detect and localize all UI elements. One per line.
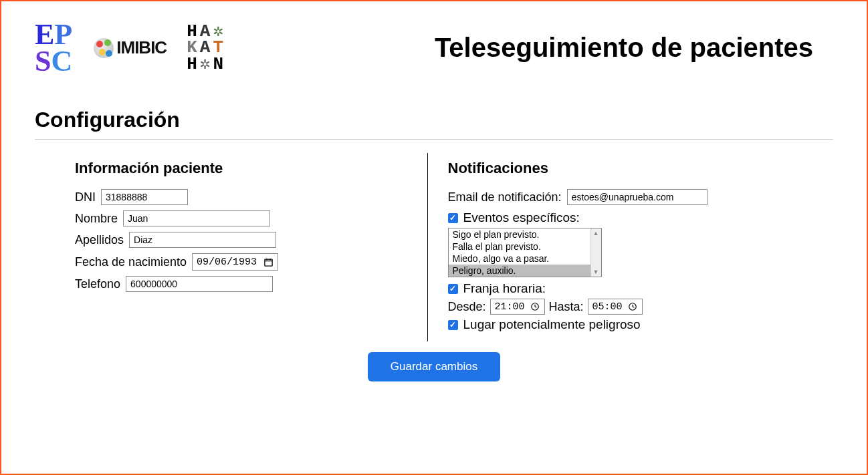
logo-imibic-text: IMIBIC	[116, 37, 167, 58]
svg-line-9	[633, 307, 634, 307]
desde-label: Desde:	[448, 300, 486, 314]
clock-icon[interactable]	[628, 302, 638, 312]
fnac-value: 09/06/1993	[197, 257, 257, 268]
patient-panel: Información paciente DNI Nombre Apellido…	[68, 153, 428, 341]
header: EP SC IMIBIC HA✲ KAT H✲N Teleseguimiento…	[35, 21, 833, 74]
page-title: Teleseguimiento de pacientes	[435, 33, 833, 63]
nombre-label: Nombre	[75, 212, 118, 226]
logo-imibic: IMIBIC	[92, 37, 167, 59]
actions-row: Guardar cambios	[35, 352, 833, 381]
row-fnac: Fecha de nacimiento 09/06/1993	[75, 253, 407, 271]
eventos-items: Sigo el plan previsto. Falla el plan pre…	[449, 228, 601, 277]
email-input[interactable]	[567, 189, 708, 205]
list-item[interactable]: Miedo, algo va a pasar.	[449, 253, 601, 265]
nombre-input[interactable]	[123, 210, 270, 226]
franja-label: Franja horaria:	[463, 281, 546, 296]
fnac-label: Fecha de nacimiento	[75, 255, 187, 269]
chevron-down-icon[interactable]: ▼	[593, 269, 599, 275]
eventos-label: Eventos específicos:	[463, 210, 580, 225]
row-dni: DNI	[75, 189, 407, 205]
notifications-panel-title: Notificaciones	[448, 160, 780, 177]
row-email: Email de notificación:	[448, 189, 780, 205]
patient-panel-title: Información paciente	[75, 160, 407, 177]
row-eventos: Eventos específicos:	[448, 210, 780, 225]
row-apellidos: Apellidos	[75, 232, 407, 248]
columns: Información paciente DNI Nombre Apellido…	[35, 153, 833, 341]
hasta-label: Hasta:	[549, 300, 584, 314]
dni-label: DNI	[75, 190, 96, 204]
row-lugar: Lugar potencialmente peligroso	[448, 317, 780, 332]
dni-input[interactable]	[101, 189, 188, 205]
list-item[interactable]: Falla el plan previsto.	[449, 241, 601, 253]
divider	[35, 139, 833, 140]
email-label: Email de notificación:	[448, 190, 562, 204]
list-item[interactable]: Peligro, auxilio.	[449, 265, 601, 277]
lugar-label: Lugar potencialmente peligroso	[463, 317, 641, 332]
desde-value: 21:00	[495, 301, 525, 313]
logo-hackathon: HA✲ KAT H✲N	[187, 23, 226, 73]
list-item[interactable]: Sigo el plan previsto.	[449, 228, 601, 241]
row-telefono: Telefono	[75, 276, 407, 292]
hasta-input[interactable]: 05:00	[588, 299, 643, 315]
svg-line-6	[535, 307, 536, 307]
app-frame: EP SC IMIBIC HA✲ KAT H✲N Teleseguimiento…	[0, 0, 868, 475]
telefono-input[interactable]	[126, 276, 273, 292]
franja-checkbox[interactable]	[448, 284, 458, 294]
clock-icon[interactable]	[530, 302, 540, 312]
telefono-label: Telefono	[75, 277, 120, 291]
save-button[interactable]: Guardar cambios	[368, 352, 500, 381]
calendar-icon[interactable]	[263, 257, 274, 267]
fnac-input[interactable]: 09/06/1993	[192, 253, 278, 271]
eventos-listbox[interactable]: Sigo el plan previsto. Falla el plan pre…	[448, 228, 602, 277]
logos-group: EP SC IMIBIC HA✲ KAT H✲N	[35, 21, 226, 74]
desde-input[interactable]: 21:00	[490, 299, 545, 315]
hasta-value: 05:00	[592, 301, 623, 313]
eventos-checkbox[interactable]	[448, 213, 458, 223]
lugar-checkbox[interactable]	[448, 320, 458, 330]
apellidos-label: Apellidos	[75, 233, 124, 247]
row-franja: Franja horaria:	[448, 281, 780, 296]
chevron-up-icon[interactable]: ▲	[593, 230, 599, 236]
apellidos-input[interactable]	[129, 232, 276, 248]
logo-epsc: EP SC	[35, 21, 72, 74]
listbox-scrollbar[interactable]: ▲ ▼	[590, 228, 601, 277]
svg-rect-0	[265, 259, 272, 266]
row-nombre: Nombre	[75, 210, 407, 226]
row-time: Desde: 21:00 Hasta: 05:00	[448, 299, 780, 315]
section-title: Configuración	[35, 108, 833, 132]
notifications-panel: Notificaciones Email de notificación: Ev…	[428, 153, 800, 341]
